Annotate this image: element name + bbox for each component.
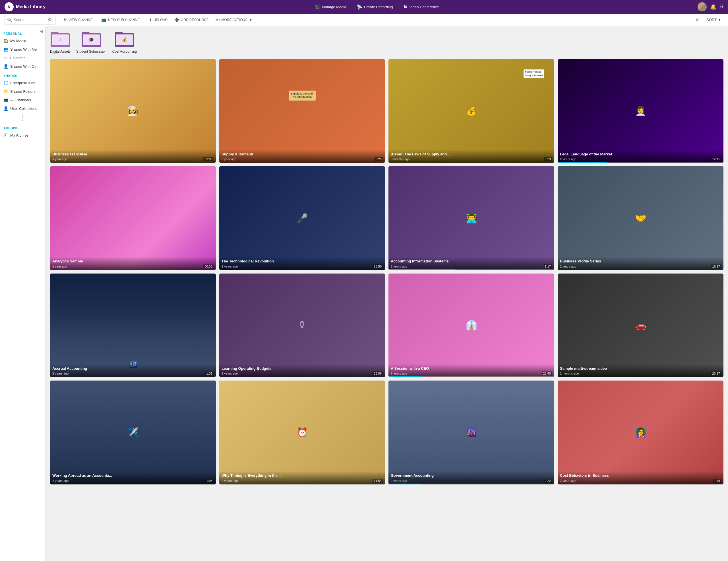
upload-icon: ⬆ bbox=[148, 17, 152, 22]
video-thumbnail: ⏰ bbox=[219, 381, 385, 484]
video-meta: 2 years ago 18:50 bbox=[222, 264, 383, 268]
folder-icon-digital-assets: ♪ bbox=[50, 31, 71, 48]
video-overlay: Accrual Accounting 2 years ago 1:31 bbox=[50, 364, 216, 378]
video-duration: 1:58 bbox=[713, 479, 721, 483]
sort-button[interactable]: SORT ▼ bbox=[704, 16, 723, 23]
view-channel-button[interactable]: 👁 VIEW CHANNEL bbox=[60, 16, 97, 24]
video-card-10[interactable]: 🎙 Learning Operating Budgets 2 years ago… bbox=[219, 273, 385, 377]
folders-row: ♪ Digital Assets 🎓 Student Submission bbox=[50, 31, 723, 53]
video-card-14[interactable]: ⏰ Why Timing is Everything in the ... 2 … bbox=[219, 381, 385, 484]
video-card-7[interactable]: 👨‍💻 Accounting Information Systems 2 yea… bbox=[388, 166, 554, 270]
video-duration: 11:54 bbox=[373, 479, 383, 483]
sidebar-item-shared-folders[interactable]: 📁 Shared Folders bbox=[0, 87, 45, 96]
sidebar-item-shared-with-me[interactable]: 👥 Shared With Me bbox=[0, 45, 45, 53]
video-duration: 3:29 bbox=[544, 157, 552, 161]
video-card-11[interactable]: 👔 A Session with a CEO 2 years ago 23:40 bbox=[388, 273, 554, 377]
video-card-5[interactable]: Analytics Sample a year ago 00:33 bbox=[50, 166, 216, 270]
video-card-1[interactable]: 👩‍🍳 Business Franchise a year ago 53:00 bbox=[50, 59, 216, 163]
sidebar-item-user-collections[interactable]: 👤 User Collections bbox=[0, 104, 45, 113]
folder-cost-accounting[interactable]: 💰 Cost Accounting bbox=[112, 31, 137, 53]
sidebar-collapse-button[interactable]: ◀ bbox=[40, 28, 43, 34]
video-age: a year ago bbox=[52, 265, 67, 268]
video-title: Why Timing is Everything in the ... bbox=[222, 473, 383, 478]
video-conference-link[interactable]: 🖥 Video Conference bbox=[399, 3, 444, 11]
video-meta: 2 years ago 2:22 bbox=[391, 479, 552, 483]
grid-view-button[interactable]: ⊞ bbox=[694, 16, 702, 23]
avatar[interactable] bbox=[698, 2, 707, 11]
more-actions-button[interactable]: ••• MORE ACTIONS ▼ bbox=[213, 16, 255, 24]
video-duration: 23:40 bbox=[542, 372, 552, 376]
video-card-16[interactable]: 👩‍🏫 Cost Behaviors in Business 2 years a… bbox=[558, 381, 723, 484]
video-overlay: Legal Language of the Market 2 years ago… bbox=[558, 150, 723, 163]
video-duration: 3:28 bbox=[375, 157, 383, 161]
search-input[interactable] bbox=[14, 18, 45, 22]
video-card-4[interactable]: 👩‍💼 Legal Language of the Market 2 years… bbox=[558, 59, 723, 163]
video-card-3[interactable]: 💰 Public FinanceSuply & demand [Demo] Th… bbox=[388, 59, 554, 163]
favorites-icon: ☆ bbox=[3, 55, 8, 60]
video-age: a year ago bbox=[222, 157, 236, 161]
view-channel-icon: 👁 bbox=[63, 17, 67, 22]
top-nav: K Media Library 🎬 Manage Media 📡 Create … bbox=[0, 0, 728, 14]
video-meta: 2 months ago 23:27 bbox=[560, 372, 721, 376]
video-card-6[interactable]: 🎤 The Technological Revolution 2 years a… bbox=[219, 166, 385, 270]
video-card-15[interactable]: 🌆 Government Accounting 2 years ago 2:22 bbox=[388, 381, 554, 484]
video-title: Learning Operating Budgets bbox=[222, 366, 383, 371]
video-age: 2 years ago bbox=[391, 372, 407, 375]
sidebar-item-enterprise-tube[interactable]: 🌐 EnterpriseTube bbox=[0, 79, 45, 87]
folder-student-submission[interactable]: 🎓 Student Submission bbox=[76, 31, 107, 53]
video-card-13[interactable]: ✈️ Working Abroad as an Accounta... 2 ye… bbox=[50, 381, 216, 484]
video-meta: 2 years ago 1:03 bbox=[52, 479, 214, 483]
sidebar-item-my-media[interactable]: 🏠 My Media bbox=[0, 36, 45, 45]
sidebar-item-shared-with-other[interactable]: 👤 Shared With Oth... bbox=[0, 62, 45, 71]
video-overlay: Business Franchise a year ago 53:00 bbox=[50, 150, 216, 163]
video-title: Cost Behaviors in Business bbox=[560, 473, 721, 478]
sidebar-item-my-archive[interactable]: 🗄 My Archive bbox=[0, 131, 45, 139]
video-card-12[interactable]: 🚗 Sample multi-stream video 2 months ago… bbox=[558, 273, 723, 377]
filter-button[interactable]: ⚙ bbox=[47, 16, 53, 23]
video-duration: 1:03 bbox=[205, 479, 214, 483]
more-actions-icon: ••• bbox=[216, 17, 220, 22]
manage-media-link[interactable]: 🎬 Manage Media bbox=[310, 3, 351, 11]
sidebar-item-favorites[interactable]: ☆ Favorites bbox=[0, 53, 45, 62]
new-sub-channel-button[interactable]: 📺 NEW SUB-CHANNEL bbox=[98, 16, 144, 24]
video-duration: 1:17 bbox=[544, 264, 552, 268]
video-title: Working Abroad as an Accounta... bbox=[52, 473, 214, 478]
video-overlay: Accounting Information Systems 2 years a… bbox=[388, 257, 554, 270]
video-meta: 2 years ago 11:54 bbox=[222, 479, 383, 483]
shared-other-icon: 👤 bbox=[3, 64, 8, 69]
bell-icon[interactable]: 🔔 bbox=[710, 4, 716, 10]
video-duration: 12:15 bbox=[711, 157, 721, 161]
video-card-2[interactable]: Supply & Demand:An Introduction Supply &… bbox=[219, 59, 385, 163]
video-title: Business Franchise bbox=[52, 152, 214, 156]
folder-label-cost-accounting: Cost Accounting bbox=[112, 49, 137, 53]
video-card-8[interactable]: 🤝 Business Profile Series 2 years ago 18… bbox=[558, 166, 723, 270]
video-age: 2 years ago bbox=[391, 265, 407, 268]
add-resource-button[interactable]: ➕ ADD RESOURCE bbox=[171, 16, 212, 24]
video-meta: 2 years ago 12:15 bbox=[560, 157, 721, 161]
video-thumbnail: 👩‍🍳 bbox=[50, 59, 216, 163]
folder-digital-assets[interactable]: ♪ Digital Assets bbox=[50, 31, 71, 53]
video-title: Accrual Accounting bbox=[52, 366, 214, 371]
video-thumbnail: 🌃 bbox=[50, 273, 216, 377]
more-items-button[interactable] bbox=[0, 113, 45, 123]
video-title: A Session with a CEO bbox=[391, 366, 552, 371]
upload-button[interactable]: ⬆ UPLOAD bbox=[146, 16, 170, 24]
video-overlay: Cost Behaviors in Business 2 years ago 1… bbox=[558, 471, 723, 484]
apps-grid-icon[interactable]: ⠿ bbox=[720, 4, 723, 10]
video-card-9[interactable]: 🌃 Accrual Accounting 2 years ago 1:31 bbox=[50, 273, 216, 377]
video-title: The Technological Revolution bbox=[222, 259, 383, 263]
video-overlay: Learning Operating Budgets 2 years ago 2… bbox=[219, 364, 385, 378]
search-box[interactable]: 🔍 ⚙ bbox=[5, 15, 55, 24]
video-age: 8 months ago bbox=[391, 157, 410, 161]
video-overlay: Sample multi-stream video 2 months ago 2… bbox=[558, 364, 723, 378]
toolbar: 🔍 ⚙ 👁 VIEW CHANNEL 📺 NEW SUB-CHANNEL ⬆ U… bbox=[0, 14, 728, 26]
sidebar-item-all-channels[interactable]: 📺 All Channels bbox=[0, 96, 45, 104]
video-age: 2 years ago bbox=[222, 265, 238, 268]
logo-area[interactable]: K Media Library bbox=[5, 2, 56, 11]
video-overlay: Why Timing is Everything in the ... 2 ye… bbox=[219, 471, 385, 484]
video-thumbnail: Supply & Demand:An Introduction bbox=[219, 59, 385, 163]
video-title: Business Profile Series bbox=[560, 259, 721, 263]
video-title: Supply & Demand bbox=[222, 152, 383, 156]
video-thumbnail: 👩‍💼 bbox=[558, 59, 723, 163]
create-recording-link[interactable]: 📡 Create Recording bbox=[352, 3, 398, 11]
